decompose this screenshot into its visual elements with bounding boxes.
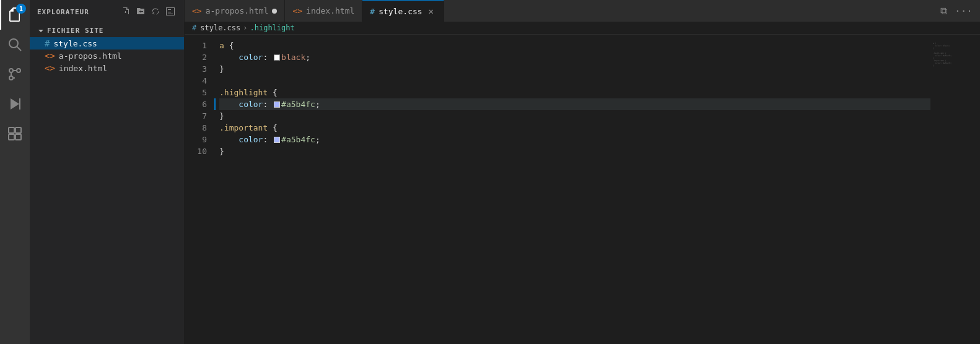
code-line-5: .highlight { — [219, 87, 930, 98]
split-editor-icon[interactable]: ⧉ — [938, 2, 950, 19]
breadcrumb-file[interactable]: style.css — [200, 24, 240, 32]
run-activity-icon[interactable] — [0, 89, 30, 119]
sidebar-item-style-css[interactable]: # style.css — [30, 37, 184, 49]
breadcrumb: # style.css › .highlight — [185, 22, 980, 35]
tabs-right-actions: ⧉ ··· — [938, 0, 980, 22]
color-swatch-2 — [274, 137, 280, 143]
sidebar-header: EXPLORATEUR — [30, 0, 184, 24]
svg-point-3 — [17, 69, 20, 72]
color-swatch-1 — [274, 101, 280, 108]
tab-modified-dot — [272, 9, 277, 14]
tab-index-html[interactable]: <> index.html — [285, 0, 362, 22]
html-file-icon-2: <> — [45, 63, 55, 73]
refresh-icon[interactable] — [149, 5, 162, 19]
new-folder-icon[interactable] — [134, 5, 147, 19]
code-line-10: } — [219, 145, 930, 157]
code-line-1: a { — [219, 40, 930, 51]
sidebar-item-index-html[interactable]: <> index.html — [30, 62, 184, 74]
sidebar-item-a-propos-html[interactable]: <> a-propos.html — [30, 49, 184, 62]
svg-point-0 — [9, 39, 18, 48]
svg-rect-10 — [15, 134, 21, 140]
svg-rect-6 — [19, 98, 20, 110]
activity-bar: 1 — [0, 0, 30, 344]
more-actions-icon[interactable]: ··· — [952, 2, 975, 19]
search-activity-icon[interactable] — [0, 30, 30, 59]
svg-rect-7 — [9, 127, 14, 133]
breadcrumb-file-icon: # — [192, 24, 196, 32]
tab-html-icon-2: <> — [292, 6, 302, 15]
code-line-4 — [219, 75, 930, 87]
svg-point-2 — [9, 76, 13, 80]
svg-line-1 — [17, 46, 21, 51]
svg-rect-8 — [15, 127, 21, 133]
html-file-icon: <> — [45, 51, 55, 61]
code-line-8: .important { — [219, 122, 930, 134]
extensions-activity-icon[interactable] — [0, 119, 30, 148]
minimap-content: a { color: black; } .highlight { color: … — [930, 35, 980, 74]
tab-style-css[interactable]: # style.css ✕ — [362, 0, 444, 22]
breadcrumb-selector[interactable]: .highlight — [250, 24, 295, 32]
main-editor-area: <> a-propos.html <> index.html # style.c… — [185, 0, 980, 344]
svg-point-4 — [9, 69, 13, 72]
tab-a-propos-html[interactable]: <> a-propos.html — [185, 0, 285, 22]
code-line-2: color: black; — [219, 51, 930, 63]
breadcrumb-separator: › — [243, 24, 247, 32]
tab-html-icon-1: <> — [192, 6, 202, 15]
sidebar-title: EXPLORATEUR — [37, 8, 89, 16]
tab-css-icon: # — [370, 7, 375, 16]
line-numbers: 1 2 3 4 5 6 7 8 9 10 — [185, 35, 214, 344]
sidebar-section-label[interactable]: FICHIER SITE — [30, 24, 184, 37]
sidebar-header-actions — [120, 5, 177, 19]
minimap: a { color: black; } .highlight { color: … — [930, 35, 980, 344]
new-file-icon[interactable] — [120, 5, 132, 19]
svg-rect-9 — [9, 134, 14, 140]
code-line-6: color: #a5b4fc; — [219, 98, 930, 110]
tabs-bar: <> a-propos.html <> index.html # style.c… — [185, 0, 980, 22]
code-line-7: } — [219, 110, 930, 122]
source-control-activity-icon[interactable] — [0, 59, 30, 89]
sidebar: EXPLORATEUR — [30, 0, 185, 344]
svg-marker-5 — [11, 98, 19, 110]
code-area[interactable]: a { color: black; } .highlight { color: … — [214, 35, 930, 344]
tab-close-button[interactable]: ✕ — [426, 6, 436, 16]
code-line-9: color: #a5b4fc; — [219, 134, 930, 145]
code-line-3: } — [219, 63, 930, 75]
editor[interactable]: 1 2 3 4 5 6 7 8 9 10 a { color: black; } — [185, 35, 980, 344]
files-activity-icon[interactable]: 1 — [0, 0, 30, 30]
css-file-icon: # — [45, 38, 50, 48]
activity-badge: 1 — [16, 4, 26, 14]
collapse-icon[interactable] — [164, 5, 177, 19]
